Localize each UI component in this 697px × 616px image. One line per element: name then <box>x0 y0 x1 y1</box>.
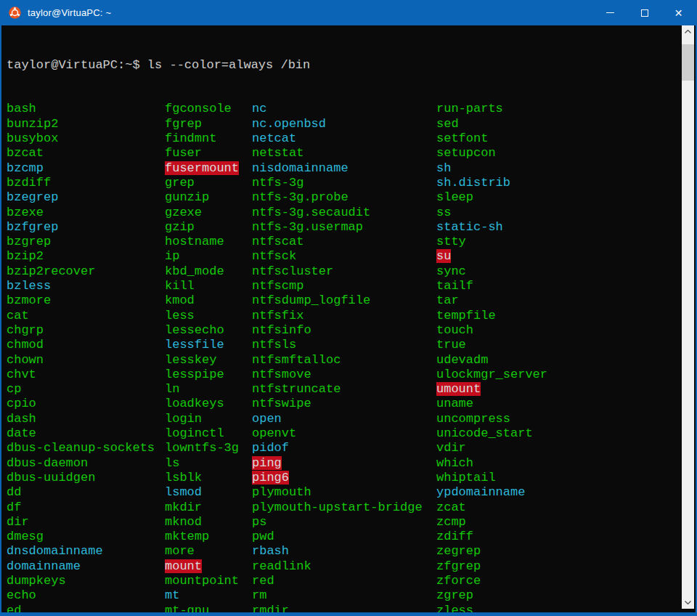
file-cell: ntfswipe <box>252 397 436 411</box>
file-name: nc <box>252 102 266 115</box>
file-cell: dumpkeys <box>7 574 165 588</box>
file-cell: loginctl <box>165 426 252 441</box>
close-button[interactable]: ✕ <box>661 0 696 25</box>
file-cell: chvt <box>7 368 165 382</box>
file-name: ntfswipe <box>252 397 311 410</box>
file-name: busybox <box>7 131 58 145</box>
file-row: cplnntfstruncateumount <box>7 382 683 397</box>
chevron-down-icon <box>685 601 691 604</box>
file-cell: rbash <box>252 544 436 559</box>
file-row: bashfgconsolencrun-parts <box>7 102 683 116</box>
file-name: dbus-cleanup-sockets <box>7 441 155 455</box>
file-cell: dbus-uuidgen <box>7 471 165 485</box>
file-name: unicode_start <box>436 426 533 440</box>
file-cell: su <box>436 249 451 264</box>
file-cell: static-sh <box>436 220 503 235</box>
file-row: bzdiffgrepntfs-3gsh.distrib <box>7 176 683 190</box>
file-name: zcmp <box>436 515 466 529</box>
file-cell: bzgrep <box>7 235 165 249</box>
file-cell: mkdir <box>165 500 252 515</box>
file-name: bzip2recover <box>7 264 95 278</box>
file-name: gunzip <box>165 190 209 204</box>
file-name: mktemp <box>165 530 209 543</box>
scroll-up-button[interactable] <box>682 25 694 38</box>
maximize-button[interactable] <box>627 0 661 25</box>
file-name: plymouth <box>252 485 311 499</box>
file-name: rmdir <box>252 604 289 612</box>
file-name: lessfile <box>165 338 224 352</box>
file-cell: tailf <box>436 279 473 293</box>
file-row: bzmorekmodntfsdump_logfiletar <box>7 293 683 308</box>
file-cell: mount <box>165 559 252 574</box>
file-name: touch <box>436 323 473 337</box>
file-name: rbash <box>252 544 289 558</box>
file-name: ntfscat <box>252 235 303 248</box>
file-cell: grep <box>165 176 252 190</box>
file-cell: login <box>165 412 252 426</box>
file-cell: run-parts <box>436 102 503 116</box>
file-row: chownlesskeyntfsmftallocudevadm <box>7 353 683 368</box>
file-name: df <box>7 500 21 514</box>
file-name: uname <box>436 397 473 410</box>
file-cell: zless <box>436 604 473 612</box>
prompt-line-command: taylor@VirtuaPC:~$ ls --color=always /bi… <box>7 58 683 73</box>
file-cell: uname <box>436 397 473 411</box>
file-name: gzip <box>165 220 195 234</box>
maximize-icon <box>641 9 648 17</box>
file-name: hostname <box>165 235 224 248</box>
file-name: open <box>252 412 282 426</box>
file-cell: ntfs-3g.usermap <box>252 220 436 235</box>
file-row: dbus-daemonlspingwhich <box>7 456 683 471</box>
file-cell: bzfgrep <box>7 220 165 235</box>
file-cell: lsblk <box>165 471 252 485</box>
file-name: lesskey <box>165 353 216 367</box>
file-row: cpioloadkeysntfswipeuname <box>7 397 683 411</box>
file-name: grep <box>165 176 195 190</box>
terminal-screen[interactable]: taylor@VirtuaPC:~$ ls --color=always /bi… <box>1 25 683 612</box>
file-name: ntfsfix <box>252 309 303 323</box>
file-cell: sleep <box>436 190 473 205</box>
file-row: dbus-cleanup-socketslowntfs-3gpidofvdir <box>7 441 683 455</box>
file-name: bzdiff <box>7 176 51 190</box>
file-name: echo <box>7 588 36 602</box>
file-cell: bzip2 <box>7 249 165 264</box>
file-cell: zdiff <box>436 530 473 544</box>
file-cell: plymouth-upstart-bridge <box>252 500 436 515</box>
file-cell: gunzip <box>165 190 252 205</box>
file-cell: mktemp <box>165 530 252 544</box>
scrollbar-thumb[interactable] <box>682 44 694 81</box>
titlebar: taylor@VirtuaPC: ~ ✕ <box>1 0 696 25</box>
file-name: zgrep <box>436 588 473 602</box>
file-cell: lessecho <box>165 323 252 338</box>
file-cell: ntfsfix <box>252 309 436 323</box>
file-name: udevadm <box>436 353 488 367</box>
file-name: ntfs-3g.usermap <box>252 220 363 234</box>
file-cell: nisdomainname <box>252 161 436 176</box>
file-cell: setfont <box>436 131 488 146</box>
scroll-down-button[interactable] <box>682 596 694 609</box>
file-cell: ping <box>252 456 436 471</box>
file-cell: zegrep <box>436 544 481 559</box>
minimize-button[interactable] <box>593 0 627 25</box>
file-name: zforce <box>436 574 481 588</box>
file-cell: which <box>436 456 473 471</box>
file-name: pidof <box>252 441 289 455</box>
file-name: ntfscluster <box>252 264 333 278</box>
file-cell: ss <box>436 206 451 220</box>
file-name: umount <box>436 382 481 396</box>
file-cell: open <box>252 412 436 426</box>
file-row: ddlsmodplymouthypdomainname <box>7 485 683 500</box>
file-name: dmesg <box>7 530 44 543</box>
file-name: zfgrep <box>436 559 481 573</box>
file-row: bunzip2fgrepnc.openbsdsed <box>7 117 683 131</box>
file-name: dir <box>7 515 29 529</box>
scrollbar[interactable] <box>682 25 694 609</box>
file-name: ls <box>165 456 179 470</box>
file-name: zegrep <box>436 544 481 558</box>
file-name: vdir <box>436 441 466 455</box>
file-cell: dbus-cleanup-sockets <box>7 441 165 455</box>
file-cell: true <box>436 338 466 352</box>
file-cell: udevadm <box>436 353 488 368</box>
file-cell: sh <box>436 161 451 176</box>
file-cell: bzegrep <box>7 190 165 205</box>
